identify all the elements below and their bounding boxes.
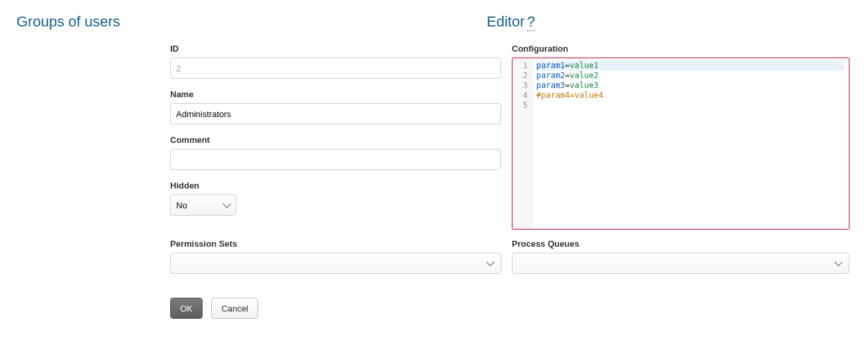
comment-label: Comment xyxy=(170,135,501,145)
ok-button[interactable]: OK xyxy=(170,298,203,319)
code-line[interactable]: #param4=value4 xyxy=(536,91,845,101)
cancel-button[interactable]: Cancel xyxy=(211,298,258,319)
page-title-editor: Editor xyxy=(487,13,524,30)
page-title-groups: Groups of users xyxy=(17,13,121,30)
name-label: Name xyxy=(170,89,501,99)
code-line[interactable]: param1=value1 xyxy=(536,61,845,71)
hidden-label: Hidden xyxy=(170,181,501,190)
gutter-line: 3 xyxy=(519,81,528,91)
code-line[interactable]: param3=value3 xyxy=(536,81,845,91)
hidden-select[interactable]: No xyxy=(170,194,236,216)
gutter-line: 2 xyxy=(519,71,528,81)
help-link[interactable]: ? xyxy=(527,13,535,31)
process-queues-label: Process Queues xyxy=(512,239,849,249)
name-input[interactable] xyxy=(170,103,501,124)
id-label: ID xyxy=(170,44,501,54)
permission-sets-select[interactable] xyxy=(170,253,501,274)
gutter-line: 5 xyxy=(519,101,528,110)
process-queues-select[interactable] xyxy=(512,253,849,274)
configuration-editor[interactable]: 12345 param1=value1param2=value2param3=v… xyxy=(512,58,849,230)
gutter-line: 4 xyxy=(519,91,528,101)
gutter-line: 1 xyxy=(519,61,528,71)
code-line[interactable] xyxy=(536,101,845,110)
permission-sets-label: Permission Sets xyxy=(170,239,501,249)
code-line[interactable]: param2=value2 xyxy=(536,71,845,81)
comment-input[interactable] xyxy=(170,149,501,170)
id-input[interactable] xyxy=(170,58,501,79)
configuration-label: Configuration xyxy=(512,44,849,54)
